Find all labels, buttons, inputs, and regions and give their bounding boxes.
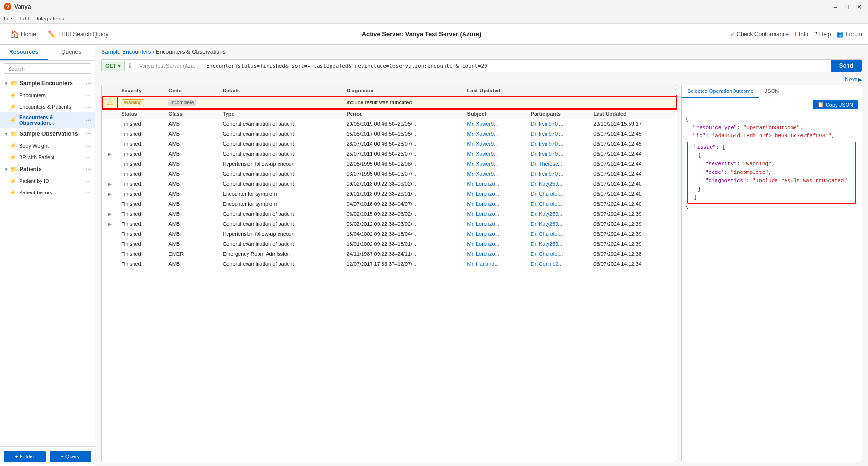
add-folder-button[interactable]: + Folder — [4, 451, 46, 462]
group-header-patients[interactable]: ▼ 📁 Patients ··· — [0, 163, 95, 175]
class-cell: AMB — [165, 159, 218, 169]
more-options-icon[interactable]: ··· — [85, 103, 91, 111]
participants-cell[interactable]: Dr. Irvin970 ... — [527, 119, 589, 129]
menu-integrations[interactable]: Integrations — [37, 16, 64, 21]
subject-cell[interactable]: Mr. Xavier9... — [464, 149, 527, 159]
add-query-button[interactable]: + Query — [50, 451, 92, 462]
group-header-sample-observations[interactable]: ▼ 📁 Sample Observations ··· — [0, 128, 95, 140]
participants-cell[interactable]: Dr. Irvin970 ... — [527, 129, 589, 139]
sidebar-item-bp-with-patient[interactable]: ⚡ BP with Patient ··· — [0, 152, 95, 163]
sidebar-item-patient-by-id[interactable]: ⚡ Patient by ID ··· — [0, 175, 95, 187]
subject-cell[interactable]: Mr. Lorenzo... — [464, 209, 527, 219]
tab-queries[interactable]: Queries — [48, 45, 95, 60]
subject-cell[interactable]: Mr. Harland... — [464, 259, 527, 269]
subject-cell[interactable]: Mr. Lorenzo... — [464, 219, 527, 229]
fhir-search-button[interactable]: ✏️ FHIR Search Query — [43, 29, 113, 40]
app-title: Vanya — [14, 3, 31, 10]
type-cell: General examination of patient — [219, 219, 343, 229]
participants-cell[interactable]: Dr. Irvin970 ... — [527, 149, 589, 159]
class-cell: AMB — [165, 219, 218, 229]
query-info-icon[interactable]: ℹ — [125, 60, 135, 71]
sidebar-item-encounters[interactable]: ⚡ Encounters ··· — [0, 90, 95, 101]
type-cell: Encounter for symptom — [219, 189, 343, 199]
info-button[interactable]: ℹ Info — [795, 31, 808, 38]
menu-edit[interactable]: Edit — [20, 16, 29, 21]
more-options-icon[interactable]: ··· — [85, 153, 91, 161]
more-options-icon[interactable]: ··· — [85, 165, 91, 173]
home-button[interactable]: 🏠 Home — [6, 29, 41, 40]
participants-cell[interactable]: Dr. Irvin970 ... — [527, 139, 589, 149]
participants-cell[interactable]: Dr. Katy259... — [527, 209, 589, 219]
copy-json-button[interactable]: 📋 Copy JSON — [813, 100, 858, 109]
period-cell: 29/01/2018 09:22:38–29/01/... — [342, 189, 463, 199]
subject-cell[interactable]: Mr. Xavier9... — [464, 159, 527, 169]
warning-data-row: ⚠ Warning Incomplete Include result was … — [102, 96, 676, 109]
sidebar-item-encounters-observations[interactable]: ⚡ Encounters & Observation... ··· — [0, 112, 95, 128]
row-expander[interactable]: ▶ — [106, 192, 114, 197]
subject-cell[interactable]: Mr. Xavier9... — [464, 119, 527, 129]
table-row: Finished AMB General examination of pati… — [102, 129, 676, 139]
participants-cell[interactable]: Dr. Charolet... — [527, 189, 589, 199]
tab-json[interactable]: JSON — [759, 85, 785, 98]
subject-cell[interactable]: Mr. Lorenzo... — [464, 189, 527, 199]
more-options-icon[interactable]: ··· — [85, 116, 91, 124]
last-updated-cell: 06/07/2024 14:12:45 — [589, 129, 676, 139]
row-expander[interactable]: ▶ — [106, 152, 114, 157]
subject-cell[interactable]: Mr. Lorenzo... — [464, 249, 527, 259]
query-icon: ⚡ — [10, 154, 17, 161]
row-expander[interactable]: ▶ — [106, 212, 114, 217]
participants-cell[interactable]: Dr. Therese... — [527, 159, 589, 169]
close-icon[interactable]: ✕ — [855, 3, 864, 10]
menu-file[interactable]: File — [4, 16, 12, 21]
more-options-icon[interactable]: ··· — [85, 130, 91, 138]
query-icon: ⚡ — [10, 92, 17, 99]
tab-resources[interactable]: Resources — [0, 45, 48, 60]
more-options-icon[interactable]: ··· — [85, 189, 91, 196]
more-options-icon[interactable]: ··· — [85, 91, 91, 99]
topnav-right: ✓ Check Conformance ℹ Info ? Help 👥 Foru… — [730, 31, 862, 38]
participants-cell[interactable]: Dr. Charolet... — [527, 249, 589, 259]
sidebar-item-body-weight[interactable]: ⚡ Body Weight ··· — [0, 140, 95, 152]
subject-cell[interactable]: Mr. Xavier9... — [464, 129, 527, 139]
minimize-icon[interactable]: – — [832, 3, 839, 10]
maximize-icon[interactable]: □ — [843, 3, 851, 10]
participants-cell[interactable]: Dr. Katy259... — [527, 219, 589, 229]
last-updated-cell: 06/07/2024 14:12:44 — [589, 159, 676, 169]
participants-cell[interactable]: Dr. Katy259... — [527, 179, 589, 189]
participants-cell[interactable]: Dr. Connie2... — [527, 259, 589, 269]
participants-cell[interactable]: Dr. Irvin970 ... — [527, 169, 589, 179]
participants-cell[interactable]: Dr. Charolet... — [527, 229, 589, 239]
breadcrumb: Sample Encounters / Encounters & Observa… — [95, 45, 868, 57]
dropdown-arrow-icon: ▾ — [118, 63, 121, 69]
search-input[interactable] — [4, 63, 91, 74]
subject-cell[interactable]: Mr. Lorenzo... — [464, 239, 527, 249]
method-badge[interactable]: GET ▾ — [102, 61, 125, 71]
sidebar-item-encounters-patients[interactable]: ⚡ Encounters & Patients ··· — [0, 101, 95, 112]
send-button[interactable]: Send — [831, 60, 862, 72]
subject-cell[interactable]: Mr. Lorenzo... — [464, 199, 527, 209]
participants-cell[interactable]: Dr. Katy259... — [527, 239, 589, 249]
more-options-icon[interactable]: ··· — [85, 177, 91, 185]
subject-cell[interactable]: Mr. Xavier9... — [464, 139, 527, 149]
group-header-sample-encounters[interactable]: ▼ 📁 Sample Encounters ··· — [0, 77, 95, 90]
more-options-icon[interactable]: ··· — [85, 142, 91, 150]
more-options-icon[interactable]: ··· — [85, 80, 91, 87]
tab-selected-operation-outcome[interactable]: Selected OperationOutcome — [682, 85, 759, 98]
next-button[interactable]: Next ▶ — [845, 76, 862, 83]
breadcrumb-part-1[interactable]: Sample Encounters — [101, 49, 151, 55]
info-icon: ℹ — [795, 31, 797, 38]
subject-cell[interactable]: Mr. Lorenzo... — [464, 229, 527, 239]
subject-cell[interactable]: Mr. Xavier9... — [464, 169, 527, 179]
subject-cell[interactable]: Mr. Lorenzo... — [464, 179, 527, 189]
row-expander[interactable]: ▶ — [106, 222, 114, 227]
check-conformance-button[interactable]: ✓ Check Conformance — [730, 31, 789, 38]
row-expander[interactable]: ▶ — [106, 182, 114, 187]
participants-cell[interactable]: Dr. Charolet... — [527, 199, 589, 209]
forum-button[interactable]: 👥 Forum — [837, 31, 862, 38]
fhir-icon: ✏️ — [48, 30, 56, 38]
sidebar-item-patient-history[interactable]: ⚡ Patient history ··· — [0, 187, 95, 198]
help-button[interactable]: ? Help — [814, 31, 831, 38]
type-col-header: Type — [219, 109, 343, 119]
table-row: Finished AMB General examination of pati… — [102, 119, 676, 129]
json-line: "issue": [ — [690, 143, 853, 152]
